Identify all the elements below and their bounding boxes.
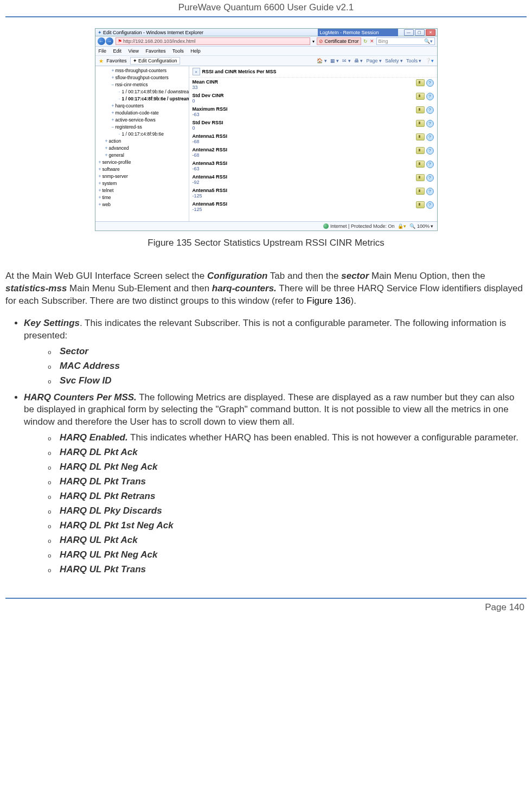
- tree-item[interactable]: ·1 / 00:17:c4:8f:9b:6e / downstream: [97, 88, 189, 95]
- globe-icon: [323, 223, 329, 229]
- sub-item: HARQ UL Pkt Neg Ack: [48, 549, 527, 561]
- zoom-level[interactable]: 🔍 100% ▾: [409, 223, 433, 229]
- max-button[interactable]: ▢: [415, 29, 425, 36]
- browser-tab[interactable]: ✦ Edit Configuration: [130, 57, 180, 65]
- graph-button[interactable]: ⫼: [416, 174, 425, 181]
- tree-item[interactable]: ·1 / 00:17:c4:8f:9b:6e: [97, 131, 189, 138]
- help-icon[interactable]: ❔▾: [425, 58, 434, 63]
- lock-icon: 🔒▾: [398, 223, 406, 229]
- metric-row: Antenna2 RSSI-68⫼?: [189, 145, 437, 159]
- page-menu[interactable]: Page ▾: [366, 58, 382, 63]
- menu-edit[interactable]: Edit: [113, 48, 122, 54]
- tree-item[interactable]: +sflow-throughput-counters: [97, 74, 189, 81]
- graph-button[interactable]: ⫼: [416, 201, 425, 208]
- menu-file[interactable]: File: [99, 48, 107, 54]
- status-mode: Internet | Protected Mode: On: [323, 223, 394, 229]
- tree-item[interactable]: +modulation-code-rate: [97, 110, 189, 117]
- info-button[interactable]: ?: [426, 133, 434, 141]
- sub-item: HARQ DL Pky Discards: [48, 505, 527, 517]
- home-icon[interactable]: 🏠 ▾: [317, 58, 327, 63]
- min-button[interactable]: —: [404, 29, 414, 36]
- menu-tools[interactable]: Tools: [172, 48, 184, 54]
- tree-item[interactable]: +general: [97, 152, 189, 159]
- menu-help[interactable]: Help: [190, 48, 201, 54]
- tools-menu[interactable]: Tools ▾: [406, 58, 422, 63]
- tree-item[interactable]: +service-profile: [97, 159, 189, 166]
- tree-item[interactable]: +harq-counters: [97, 103, 189, 110]
- tree-item[interactable]: −rssi-cinr-metrics: [97, 81, 189, 88]
- doc-title: PureWave Quantum 6600 User Guide v2.1: [178, 2, 354, 12]
- metric-value: -68: [193, 152, 200, 158]
- print-icon[interactable]: 🖶 ▾: [354, 58, 363, 63]
- tree-item[interactable]: +telnet: [97, 187, 189, 194]
- metric-row: Antenna3 RSSI-63⫼?: [189, 159, 437, 172]
- metric-label: Std Dev RSSI: [193, 120, 416, 125]
- window-title: ✦ Edit Configuration - Windows Internet …: [95, 29, 318, 36]
- search-box[interactable]: Bing🔍▾: [376, 37, 435, 45]
- info-button[interactable]: ?: [426, 188, 434, 195]
- config-tree[interactable]: +mss-throughput-counters+sflow-throughpu…: [95, 66, 189, 221]
- graph-button[interactable]: ⫼: [416, 120, 425, 127]
- graph-button[interactable]: ⫼: [416, 188, 425, 195]
- metric-row: Std Dev CINR0⫼?: [189, 91, 437, 105]
- graph-button[interactable]: ⫼: [416, 79, 425, 86]
- favorites-label: Favorites: [107, 58, 127, 63]
- certificate-error[interactable]: ⊘ Certificate Error: [317, 37, 361, 45]
- info-button[interactable]: ?: [426, 174, 434, 182]
- feeds-icon[interactable]: ▦ ▾: [330, 58, 339, 63]
- panel-collapse-icon[interactable]: ×: [193, 68, 200, 75]
- address-bar[interactable]: ⚑ http://192.168.200.103/index.html: [116, 37, 310, 45]
- sub-item: HARQ DL Pkt Ack: [48, 446, 527, 459]
- metric-row: Maximum RSSI-63⫼?: [189, 105, 437, 118]
- refresh-button[interactable]: ↻: [363, 39, 368, 44]
- tree-item[interactable]: +web: [97, 201, 189, 208]
- sub-item: HARQ DL Pkt Trans: [48, 476, 527, 488]
- tree-item[interactable]: ·1 / 00:17:c4:8f:9b:6e / upstream: [97, 95, 189, 103]
- bullet-key-settings: Key Settings. This indicates the relevan…: [24, 317, 527, 387]
- back-button[interactable]: ←: [98, 37, 105, 45]
- safety-menu[interactable]: Safety ▾: [385, 58, 403, 63]
- menu-favorites[interactable]: Favorites: [145, 48, 165, 54]
- stop-button[interactable]: ✕: [370, 39, 374, 44]
- forward-button[interactable]: →: [106, 37, 113, 45]
- metric-label: Antenna2 RSSI: [193, 147, 416, 152]
- metric-row: Antenna4 RSSI-92⫼?: [189, 172, 437, 186]
- sub-item: HARQ DL Pkt 1st Neg Ack: [48, 520, 527, 532]
- tree-item[interactable]: +system: [97, 180, 189, 187]
- favorites-star-icon[interactable]: ★: [99, 58, 104, 64]
- info-button[interactable]: ?: [426, 120, 434, 127]
- info-button[interactable]: ?: [426, 79, 434, 87]
- graph-button[interactable]: ⫼: [416, 161, 425, 168]
- metric-label: Antenna3 RSSI: [193, 161, 416, 166]
- tree-item[interactable]: +snmp-server: [97, 173, 189, 180]
- metric-value: -68: [193, 139, 200, 144]
- info-button[interactable]: ?: [426, 147, 434, 155]
- graph-button[interactable]: ⫼: [416, 93, 425, 100]
- graph-button[interactable]: ⫼: [416, 147, 425, 154]
- tree-item[interactable]: −registered-ss: [97, 124, 189, 131]
- info-button[interactable]: ?: [426, 161, 434, 168]
- tree-item[interactable]: +active-service-flows: [97, 117, 189, 124]
- embedded-screenshot: ✦ Edit Configuration - Windows Internet …: [95, 28, 438, 231]
- tree-item[interactable]: +action: [97, 138, 189, 145]
- metric-label: Antenna6 RSSI: [193, 201, 416, 207]
- close-button[interactable]: ✕: [426, 29, 435, 36]
- sub-item: HARQ Enabled. This indicates whether HAR…: [48, 432, 527, 444]
- sub-item: HARQ UL Pkt Trans: [48, 564, 527, 576]
- graph-button[interactable]: ⫼: [416, 133, 425, 140]
- tree-item[interactable]: +software: [97, 166, 189, 173]
- figure-caption: Figure 135 Sector Statistics Upstream RS…: [5, 238, 527, 248]
- info-button[interactable]: ?: [426, 106, 434, 114]
- sub-item: HARQ DL Pkt Neg Ack: [48, 461, 527, 474]
- menu-view[interactable]: View: [129, 48, 139, 54]
- metric-value: 33: [193, 85, 198, 90]
- info-button[interactable]: ?: [426, 93, 434, 100]
- tree-item[interactable]: +advanced: [97, 145, 189, 152]
- panel-title: RSSI and CINR Metrics Per MSS: [202, 69, 277, 74]
- mail-icon[interactable]: ✉ ▾: [342, 58, 351, 63]
- tree-item[interactable]: +mss-throughput-counters: [97, 67, 189, 74]
- info-button[interactable]: ?: [426, 201, 434, 209]
- tree-item[interactable]: +time: [97, 194, 189, 201]
- metric-row: Std Dev RSSI0⫼?: [189, 118, 437, 132]
- graph-button[interactable]: ⫼: [416, 106, 425, 113]
